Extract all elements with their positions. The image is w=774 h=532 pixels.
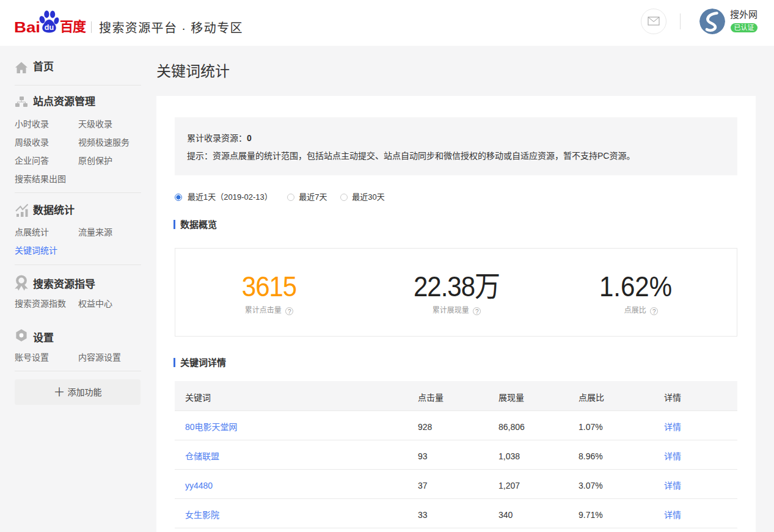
svg-text:du: du — [44, 23, 53, 31]
